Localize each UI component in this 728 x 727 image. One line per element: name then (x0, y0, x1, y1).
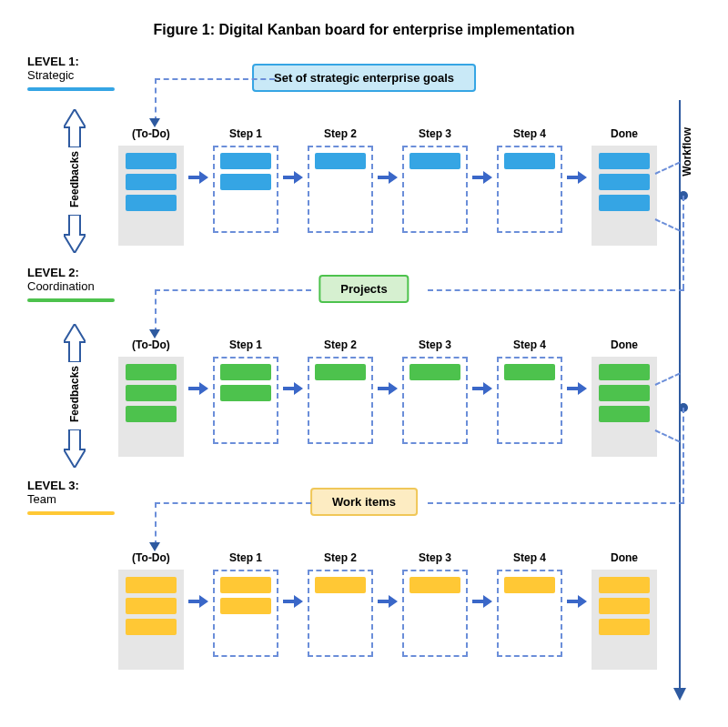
flow-arrow (471, 382, 493, 395)
column-label: Step 4 (513, 338, 546, 351)
column-slot (118, 146, 184, 246)
column-label: Step 2 (324, 338, 357, 351)
kanban-card (504, 577, 555, 593)
kanban-card (315, 364, 366, 380)
kanban-card (410, 577, 460, 593)
column-slot (402, 146, 468, 233)
column-slot (213, 146, 278, 233)
kanban-column: Step 1 (213, 338, 278, 444)
arrowhead-down-icon (149, 329, 160, 338)
kanban-card (599, 364, 650, 380)
kanban-card (126, 153, 177, 169)
kanban-column: Done (592, 127, 657, 246)
flow-arrow (377, 595, 399, 608)
level-1-row: (To-Do)Step 1Step 2Step 3Step 4Done (118, 127, 655, 246)
column-slot (592, 357, 657, 457)
column-slot (497, 146, 562, 233)
kanban-card (504, 153, 555, 169)
column-slot (402, 357, 468, 444)
column-label: (To-Do) (132, 127, 170, 140)
kanban-card (599, 153, 650, 169)
column-slot (592, 570, 657, 670)
kanban-card (126, 195, 177, 211)
kanban-column: Done (592, 338, 657, 457)
kanban-card (220, 598, 271, 614)
column-label: Step 3 (419, 127, 451, 140)
chevron-down-icon (64, 429, 86, 468)
kanban-card (126, 406, 177, 422)
dashed-connector (682, 196, 684, 289)
column-slot (497, 357, 562, 444)
diagram-stage: Workflow LEVEL 1: Strategic Set of strat… (27, 55, 701, 710)
kanban-card (599, 195, 650, 211)
kanban-card (220, 364, 271, 380)
kanban-card (220, 577, 271, 593)
level-2-name: Coordination (27, 279, 136, 293)
flow-arrow (377, 171, 399, 184)
column-label: Done (611, 338, 638, 351)
arrow-right-icon (283, 382, 303, 395)
column-label: Step 4 (513, 127, 546, 140)
column-label: Done (611, 551, 638, 564)
dashed-connector (155, 78, 275, 80)
column-slot (308, 357, 373, 444)
kanban-column: (To-Do) (118, 127, 184, 246)
dashed-connector (155, 289, 157, 333)
column-slot (308, 570, 373, 657)
arrowhead-down-icon (149, 118, 160, 127)
kanban-card (126, 577, 177, 593)
column-slot (308, 146, 373, 233)
chevron-up-icon (64, 324, 86, 362)
arrow-right-icon (378, 595, 398, 608)
column-slot (118, 570, 184, 670)
arrow-right-icon (283, 595, 303, 608)
arrow-right-icon (378, 171, 398, 184)
kanban-column: Step 2 (308, 127, 373, 233)
workflow-line (679, 100, 681, 693)
kanban-card (126, 364, 177, 380)
flow-arrow (282, 171, 304, 184)
kanban-card (504, 364, 555, 380)
column-slot (213, 357, 278, 444)
feedback-1: Feedbacks (58, 109, 91, 264)
arrow-right-icon (283, 171, 303, 184)
kanban-column: Step 1 (213, 127, 278, 233)
column-label: Step 1 (229, 338, 262, 351)
feedback-1-label: Feedbacks (68, 151, 81, 207)
dashed-connector (428, 502, 684, 504)
column-label: Step 2 (324, 551, 357, 564)
kanban-column: Step 3 (402, 551, 468, 657)
arrow-right-icon (567, 595, 587, 608)
level-3-underline (27, 511, 115, 515)
dashed-connector (428, 289, 684, 291)
level-2-label: LEVEL 2: (27, 266, 136, 279)
flow-arrow (471, 171, 493, 184)
kanban-column: Step 1 (213, 551, 278, 657)
column-slot (592, 146, 657, 246)
flow-arrow (566, 382, 588, 395)
arrow-right-icon (188, 595, 208, 608)
level-2-tag: Projects (318, 275, 409, 303)
kanban-card (220, 385, 271, 401)
arrow-right-icon (567, 171, 587, 184)
kanban-column: Step 3 (402, 338, 468, 444)
dashed-connector (682, 408, 684, 502)
column-label: Step 3 (419, 338, 451, 351)
feedback-2-label: Feedbacks (68, 366, 81, 422)
arrow-right-icon (472, 171, 492, 184)
level-1-label: LEVEL 1: (27, 55, 136, 68)
level-3-header: LEVEL 3: Team (27, 479, 136, 515)
kanban-card (220, 153, 271, 169)
workflow-axis: Workflow (666, 100, 693, 701)
kanban-card (315, 153, 366, 169)
level-2-header: LEVEL 2: Coordination (27, 266, 136, 302)
level-3-label: LEVEL 3: (27, 479, 136, 492)
arrow-right-icon (567, 382, 587, 395)
kanban-card (410, 364, 460, 380)
column-label: Step 3 (419, 551, 451, 564)
dashed-connector (155, 289, 311, 291)
flow-arrow (187, 595, 209, 608)
kanban-column: Done (592, 551, 657, 670)
kanban-card (126, 385, 177, 401)
kanban-column: (To-Do) (118, 338, 184, 457)
